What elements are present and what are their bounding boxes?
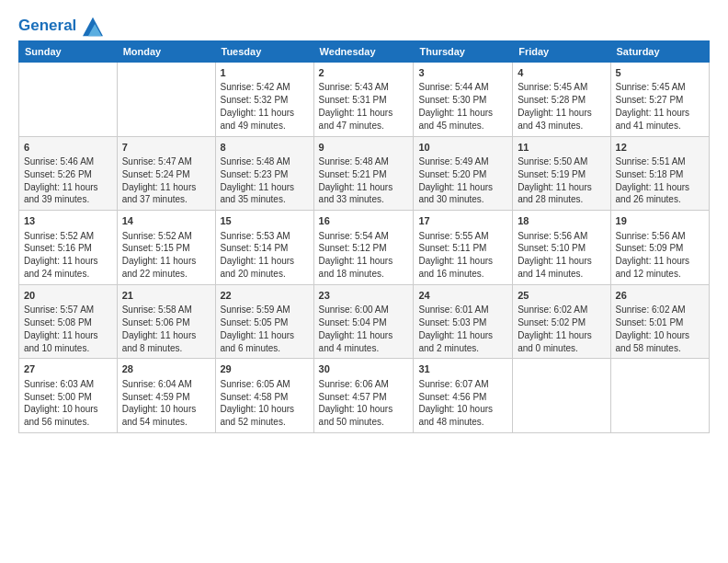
calendar-table: SundayMondayTuesdayWednesdayThursdayFrid… — [18, 40, 710, 433]
calendar-cell: 29Sunrise: 6:05 AM Sunset: 4:58 PM Dayli… — [215, 359, 313, 433]
day-number: 20 — [24, 289, 112, 303]
day-detail: Sunrise: 5:44 AM Sunset: 5:30 PM Dayligh… — [418, 81, 507, 132]
weekday-header: Monday — [117, 41, 215, 63]
day-number: 29 — [221, 362, 309, 376]
weekday-header: Thursday — [414, 41, 513, 63]
calendar-week-row: 27Sunrise: 6:03 AM Sunset: 5:00 PM Dayli… — [19, 359, 710, 433]
calendar-cell: 24Sunrise: 6:01 AM Sunset: 5:03 PM Dayli… — [414, 284, 513, 359]
day-number: 15 — [221, 214, 309, 228]
calendar-cell: 20Sunrise: 5:57 AM Sunset: 5:08 PM Dayli… — [19, 284, 118, 359]
calendar-cell: 10Sunrise: 5:49 AM Sunset: 5:20 PM Dayli… — [414, 136, 513, 211]
day-number: 6 — [24, 141, 112, 155]
day-number: 5 — [616, 66, 704, 80]
calendar-week-row: 13Sunrise: 5:52 AM Sunset: 5:16 PM Dayli… — [19, 211, 710, 285]
day-detail: Sunrise: 5:47 AM Sunset: 5:24 PM Dayligh… — [122, 155, 210, 206]
calendar-cell: 5Sunrise: 5:45 AM Sunset: 5:27 PM Daylig… — [610, 63, 709, 137]
calendar-cell: 21Sunrise: 5:58 AM Sunset: 5:06 PM Dayli… — [117, 284, 215, 359]
day-number: 18 — [518, 214, 605, 228]
day-number: 8 — [221, 141, 309, 155]
day-detail: Sunrise: 6:05 AM Sunset: 4:58 PM Dayligh… — [221, 378, 309, 429]
day-number: 7 — [122, 141, 210, 155]
day-number: 13 — [24, 214, 112, 228]
weekday-header: Tuesday — [215, 41, 313, 63]
calendar-week-row: 6Sunrise: 5:46 AM Sunset: 5:26 PM Daylig… — [19, 136, 710, 211]
day-number: 14 — [122, 214, 210, 228]
calendar-cell — [610, 359, 709, 433]
day-detail: Sunrise: 6:04 AM Sunset: 4:59 PM Dayligh… — [122, 378, 210, 429]
day-number: 21 — [122, 289, 210, 303]
calendar-cell: 11Sunrise: 5:50 AM Sunset: 5:19 PM Dayli… — [513, 136, 610, 211]
calendar-week-row: 1Sunrise: 5:42 AM Sunset: 5:32 PM Daylig… — [19, 63, 710, 137]
weekday-header: Wednesday — [313, 41, 414, 63]
day-detail: Sunrise: 5:45 AM Sunset: 5:27 PM Dayligh… — [616, 81, 704, 132]
day-detail: Sunrise: 5:56 AM Sunset: 5:10 PM Dayligh… — [518, 230, 605, 281]
day-detail: Sunrise: 6:02 AM Sunset: 5:02 PM Dayligh… — [518, 304, 605, 354]
day-detail: Sunrise: 5:56 AM Sunset: 5:09 PM Dayligh… — [616, 230, 704, 281]
day-detail: Sunrise: 6:01 AM Sunset: 5:03 PM Dayligh… — [418, 304, 507, 354]
calendar-cell: 3Sunrise: 5:44 AM Sunset: 5:30 PM Daylig… — [414, 63, 513, 137]
day-detail: Sunrise: 5:45 AM Sunset: 5:28 PM Dayligh… — [518, 81, 605, 132]
day-detail: Sunrise: 5:49 AM Sunset: 5:20 PM Dayligh… — [418, 155, 507, 206]
calendar-header-row: SundayMondayTuesdayWednesdayThursdayFrid… — [19, 41, 710, 63]
day-number: 31 — [418, 362, 507, 376]
day-number: 27 — [24, 362, 112, 376]
day-number: 30 — [319, 362, 409, 376]
day-number: 9 — [319, 141, 409, 155]
calendar-cell — [19, 63, 118, 137]
calendar-cell: 12Sunrise: 5:51 AM Sunset: 5:18 PM Dayli… — [610, 136, 709, 211]
calendar-cell: 7Sunrise: 5:47 AM Sunset: 5:24 PM Daylig… — [117, 136, 215, 211]
calendar-cell: 8Sunrise: 5:48 AM Sunset: 5:23 PM Daylig… — [215, 136, 313, 211]
calendar-cell: 13Sunrise: 5:52 AM Sunset: 5:16 PM Dayli… — [19, 211, 118, 285]
calendar-cell: 30Sunrise: 6:06 AM Sunset: 4:57 PM Dayli… — [313, 359, 414, 433]
calendar-cell: 4Sunrise: 5:45 AM Sunset: 5:28 PM Daylig… — [513, 63, 610, 137]
page: General SundayMondayTuesdayWednesdayThur… — [0, 0, 728, 563]
day-detail: Sunrise: 5:57 AM Sunset: 5:08 PM Dayligh… — [24, 304, 112, 354]
calendar-cell: 19Sunrise: 5:56 AM Sunset: 5:09 PM Dayli… — [610, 211, 709, 285]
logo: General — [18, 17, 103, 35]
day-detail: Sunrise: 5:54 AM Sunset: 5:12 PM Dayligh… — [319, 230, 409, 281]
day-detail: Sunrise: 5:53 AM Sunset: 5:14 PM Dayligh… — [221, 230, 309, 281]
calendar-cell: 27Sunrise: 6:03 AM Sunset: 5:00 PM Dayli… — [19, 359, 118, 433]
day-number: 24 — [418, 289, 507, 303]
day-detail: Sunrise: 5:43 AM Sunset: 5:31 PM Dayligh… — [319, 81, 409, 132]
day-number: 3 — [418, 66, 507, 80]
calendar-week-row: 20Sunrise: 5:57 AM Sunset: 5:08 PM Dayli… — [19, 284, 710, 359]
day-number: 10 — [418, 141, 507, 155]
day-number: 11 — [518, 141, 605, 155]
day-detail: Sunrise: 5:48 AM Sunset: 5:23 PM Dayligh… — [221, 155, 309, 206]
day-detail: Sunrise: 6:03 AM Sunset: 5:00 PM Dayligh… — [24, 378, 112, 429]
calendar-cell: 14Sunrise: 5:52 AM Sunset: 5:15 PM Dayli… — [117, 211, 215, 285]
calendar-cell — [117, 63, 215, 137]
logo-icon — [83, 17, 103, 37]
calendar-cell: 9Sunrise: 5:48 AM Sunset: 5:21 PM Daylig… — [313, 136, 414, 211]
day-detail: Sunrise: 5:59 AM Sunset: 5:05 PM Dayligh… — [221, 304, 309, 354]
day-detail: Sunrise: 6:02 AM Sunset: 5:01 PM Dayligh… — [616, 304, 704, 354]
calendar-cell: 15Sunrise: 5:53 AM Sunset: 5:14 PM Dayli… — [215, 211, 313, 285]
day-number: 16 — [319, 214, 409, 228]
day-detail: Sunrise: 5:46 AM Sunset: 5:26 PM Dayligh… — [24, 155, 112, 206]
weekday-header: Sunday — [19, 41, 118, 63]
day-detail: Sunrise: 5:48 AM Sunset: 5:21 PM Dayligh… — [319, 155, 409, 206]
day-number: 2 — [319, 66, 409, 80]
day-detail: Sunrise: 5:55 AM Sunset: 5:11 PM Dayligh… — [418, 230, 507, 281]
day-detail: Sunrise: 6:06 AM Sunset: 4:57 PM Dayligh… — [319, 378, 409, 429]
calendar-cell: 31Sunrise: 6:07 AM Sunset: 4:56 PM Dayli… — [414, 359, 513, 433]
calendar-cell: 28Sunrise: 6:04 AM Sunset: 4:59 PM Dayli… — [117, 359, 215, 433]
calendar-cell: 22Sunrise: 5:59 AM Sunset: 5:05 PM Dayli… — [215, 284, 313, 359]
calendar-cell: 6Sunrise: 5:46 AM Sunset: 5:26 PM Daylig… — [19, 136, 118, 211]
day-number: 17 — [418, 214, 507, 228]
day-number: 25 — [518, 289, 605, 303]
header: General — [18, 17, 710, 35]
day-detail: Sunrise: 6:00 AM Sunset: 5:04 PM Dayligh… — [319, 304, 409, 354]
day-number: 1 — [221, 66, 309, 80]
weekday-header: Saturday — [610, 41, 709, 63]
calendar-cell: 17Sunrise: 5:55 AM Sunset: 5:11 PM Dayli… — [414, 211, 513, 285]
day-number: 23 — [319, 289, 409, 303]
calendar-cell: 1Sunrise: 5:42 AM Sunset: 5:32 PM Daylig… — [215, 63, 313, 137]
day-number: 4 — [518, 66, 605, 80]
day-detail: Sunrise: 5:58 AM Sunset: 5:06 PM Dayligh… — [122, 304, 210, 354]
day-number: 12 — [616, 141, 704, 155]
calendar-cell: 18Sunrise: 5:56 AM Sunset: 5:10 PM Dayli… — [513, 211, 610, 285]
calendar-cell: 23Sunrise: 6:00 AM Sunset: 5:04 PM Dayli… — [313, 284, 414, 359]
day-detail: Sunrise: 6:07 AM Sunset: 4:56 PM Dayligh… — [418, 378, 507, 429]
